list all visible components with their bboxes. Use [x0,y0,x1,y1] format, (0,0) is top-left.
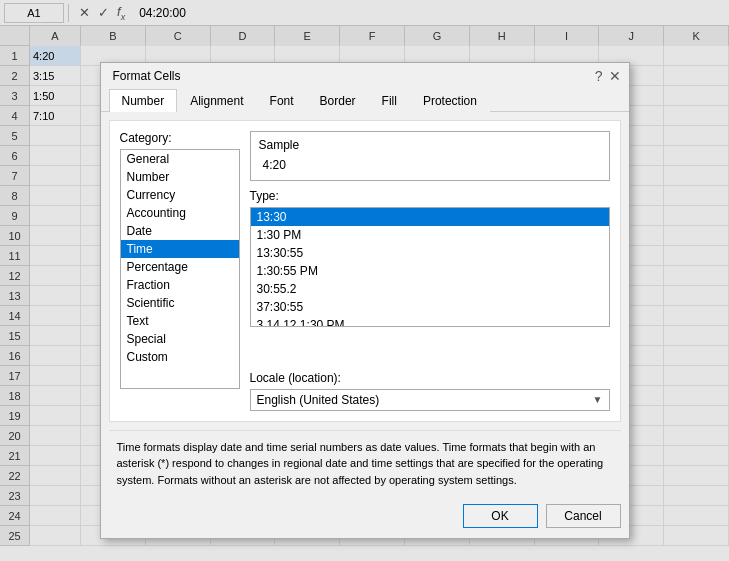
locale-select-value: English (United States) [257,393,380,407]
locale-select[interactable]: English (United States) ▼ [250,389,610,411]
dialog-title-bar: Format Cells ? ✕ [101,63,629,89]
sample-label: Sample [259,138,601,152]
type-list-container: 13:30 1:30 PM 13:30:55 1:30:55 PM 30:55.… [250,207,610,363]
locale-section: Locale (location): English (United State… [250,371,610,411]
dialog-title: Format Cells [113,69,181,83]
category-item-custom[interactable]: Custom [121,348,239,366]
category-item-number[interactable]: Number [121,168,239,186]
right-panel: Sample 4:20 Type: 13:30 1:30 PM 13:30:55… [250,131,610,411]
category-item-special[interactable]: Special [121,330,239,348]
type-item-13055pm[interactable]: 1:30:55 PM [251,262,609,280]
dialog-buttons: OK Cancel [101,504,629,538]
category-list[interactable]: General Number Currency Accounting Date … [120,149,240,389]
description-text: Time formats display date and time seria… [117,441,604,486]
type-item-3141230pm[interactable]: 3.14.12 1:30 PM [251,316,609,327]
category-item-general[interactable]: General [121,150,239,168]
cancel-button[interactable]: Cancel [546,504,621,528]
dialog-title-icons: ? ✕ [595,69,621,83]
tab-fill[interactable]: Fill [369,89,410,112]
description-area: Time formats display date and time seria… [109,430,621,497]
type-item-1330[interactable]: 13:30 [251,208,609,226]
type-section: Type: 13:30 1:30 PM 13:30:55 1:30:55 PM … [250,189,610,363]
locale-label: Locale (location): [250,371,610,385]
type-item-30552[interactable]: 30:55.2 [251,280,609,298]
tab-protection[interactable]: Protection [410,89,490,112]
help-icon[interactable]: ? [595,69,603,83]
category-item-date[interactable]: Date [121,222,239,240]
sample-section: Sample 4:20 [250,131,610,181]
type-item-373055[interactable]: 37:30:55 [251,298,609,316]
locale-dropdown-arrow-icon: ▼ [593,394,603,405]
type-item-130pm[interactable]: 1:30 PM [251,226,609,244]
close-icon[interactable]: ✕ [609,69,621,83]
dialog-content: Category: General Number Currency Accoun… [120,131,610,411]
dialog-tabs: Number Alignment Font Border Fill Protec… [101,89,629,112]
ok-button[interactable]: OK [463,504,538,528]
category-item-fraction[interactable]: Fraction [121,276,239,294]
category-item-percentage[interactable]: Percentage [121,258,239,276]
dialog-overlay: Format Cells ? ✕ Number Alignment Font B… [0,0,729,561]
category-label: Category: [120,131,240,145]
category-panel: Category: General Number Currency Accoun… [120,131,240,411]
sample-value: 4:20 [259,156,601,174]
category-item-currency[interactable]: Currency [121,186,239,204]
type-list[interactable]: 13:30 1:30 PM 13:30:55 1:30:55 PM 30:55.… [250,207,610,327]
category-item-text[interactable]: Text [121,312,239,330]
format-cells-dialog: Format Cells ? ✕ Number Alignment Font B… [100,62,630,540]
category-item-scientific[interactable]: Scientific [121,294,239,312]
type-label: Type: [250,189,610,203]
tab-alignment[interactable]: Alignment [177,89,256,112]
type-item-133055[interactable]: 13:30:55 [251,244,609,262]
tab-border[interactable]: Border [307,89,369,112]
category-item-accounting[interactable]: Accounting [121,204,239,222]
tab-number[interactable]: Number [109,89,178,112]
category-item-time[interactable]: Time [121,240,239,258]
dialog-body: Category: General Number Currency Accoun… [109,120,621,422]
tab-font[interactable]: Font [257,89,307,112]
